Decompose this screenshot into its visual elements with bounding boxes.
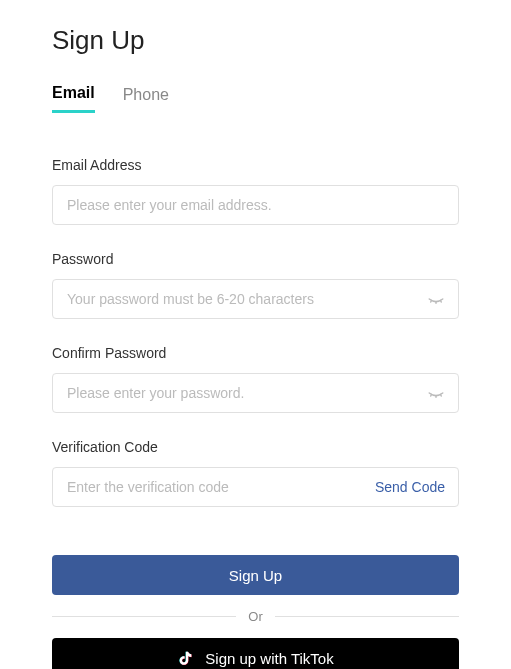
confirm-password-input-wrap: [52, 373, 459, 413]
svg-line-5: [441, 395, 442, 397]
email-input[interactable]: [52, 185, 459, 225]
password-field-group: Password: [52, 251, 459, 319]
password-input-wrap: [52, 279, 459, 319]
divider-text: Or: [236, 609, 274, 624]
eye-closed-icon[interactable]: [427, 384, 445, 402]
tiktok-button-label: Sign up with TikTok: [205, 650, 333, 667]
password-input[interactable]: [52, 279, 459, 319]
verification-code-field-group: Verification Code Send Code: [52, 439, 459, 507]
svg-line-2: [441, 301, 442, 303]
confirm-password-field-group: Confirm Password: [52, 345, 459, 413]
verification-code-input-wrap: Send Code: [52, 467, 459, 507]
email-input-wrap: [52, 185, 459, 225]
page-title: Sign Up: [52, 25, 459, 56]
send-code-button[interactable]: Send Code: [375, 479, 445, 495]
signup-button[interactable]: Sign Up: [52, 555, 459, 595]
svg-line-0: [431, 301, 432, 303]
email-label: Email Address: [52, 157, 459, 173]
confirm-password-label: Confirm Password: [52, 345, 459, 361]
signup-tabs: Email Phone: [52, 84, 459, 113]
tiktok-icon: [177, 649, 195, 667]
divider: Or: [52, 609, 459, 624]
password-label: Password: [52, 251, 459, 267]
eye-closed-icon[interactable]: [427, 290, 445, 308]
tab-email[interactable]: Email: [52, 84, 95, 113]
tiktok-signup-button[interactable]: Sign up with TikTok: [52, 638, 459, 669]
svg-line-3: [431, 395, 432, 397]
confirm-password-input[interactable]: [52, 373, 459, 413]
email-field-group: Email Address: [52, 157, 459, 225]
tab-phone[interactable]: Phone: [123, 84, 169, 113]
verification-code-label: Verification Code: [52, 439, 459, 455]
